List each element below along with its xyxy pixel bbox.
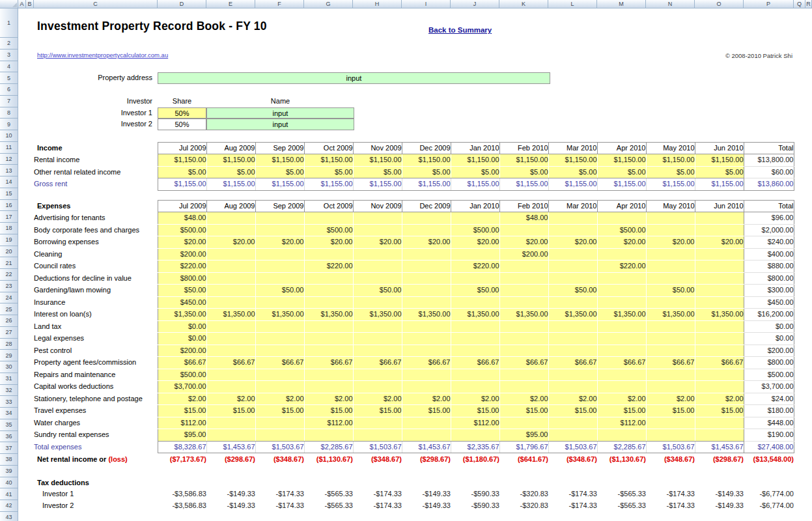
tax-cell[interactable]: -$3,586.83 [158, 500, 206, 512]
total-header[interactable]: Total [744, 200, 794, 212]
tax-cell[interactable]: -$174.33 [646, 500, 695, 512]
expense-cell[interactable] [451, 212, 499, 225]
row-header-16[interactable]: 16 [0, 200, 18, 212]
expense-total-cell[interactable]: $27,408.00 [744, 441, 794, 453]
expense-cell[interactable]: $1,350.00 [402, 309, 451, 321]
expense-cell[interactable]: $66.67 [402, 357, 451, 369]
expense-cell[interactable] [646, 272, 695, 285]
expense-row-label[interactable]: Stationery, telephone and postage [34, 393, 158, 405]
expense-total-cell[interactable]: $0.00 [744, 320, 794, 333]
expense-cell[interactable] [402, 333, 451, 345]
tax-total-cell[interactable]: -$6,774.00 [744, 500, 794, 512]
month-header[interactable]: Jan 2010 [451, 142, 499, 154]
expense-cell[interactable]: $450.00 [158, 296, 206, 309]
expense-cell[interactable] [597, 333, 646, 345]
col-header-Q[interactable]: Q [794, 0, 805, 8]
expense-cell[interactable]: $1,350.00 [597, 309, 646, 321]
col-header-J[interactable]: J [451, 0, 499, 8]
row-header-42[interactable]: 42 [0, 500, 18, 512]
expense-cell[interactable] [255, 345, 304, 357]
row-header-28[interactable]: 28 [0, 339, 18, 350]
expense-cell[interactable]: $1,503.67 [255, 441, 304, 453]
row-header-35[interactable]: 35 [0, 419, 18, 431]
expense-section-label[interactable]: Expenses [34, 200, 158, 212]
expense-cell[interactable] [304, 212, 353, 225]
expense-row-label[interactable]: Repairs and maintenance [34, 369, 158, 381]
expense-cell[interactable] [402, 224, 451, 236]
expense-cell[interactable]: $3,700.00 [158, 381, 206, 393]
expense-cell[interactable] [695, 272, 744, 285]
expense-cell[interactable] [206, 429, 255, 442]
investor1-name-input[interactable]: input [206, 107, 354, 119]
expense-cell[interactable] [451, 272, 499, 285]
expense-cell[interactable] [255, 333, 304, 345]
income-cell[interactable]: $1,150.00 [499, 154, 548, 167]
expense-total-cell[interactable]: $3,700.00 [744, 381, 794, 393]
row-header-26[interactable]: 26 [0, 315, 18, 327]
income-cell[interactable]: $1,150.00 [646, 154, 695, 167]
expense-cell[interactable] [402, 417, 451, 429]
expense-cell[interactable]: $15.00 [158, 405, 206, 417]
col-header-A[interactable]: A [18, 0, 26, 8]
income-cell[interactable]: $5.00 [206, 166, 255, 178]
row-header-29[interactable]: 29 [0, 350, 18, 361]
tax-cell[interactable]: -$174.33 [548, 500, 597, 512]
month-header[interactable]: Sep 2009 [255, 142, 304, 154]
month-header[interactable]: Feb 2010 [499, 142, 548, 154]
income-cell[interactable]: $1,155.00 [499, 178, 548, 191]
tax-total-cell[interactable]: -$6,774.00 [744, 488, 794, 500]
expense-row-label[interactable]: Deductions for decline in value [34, 272, 158, 285]
expense-cell[interactable]: $15.00 [548, 405, 597, 417]
expense-cell[interactable]: $66.67 [646, 357, 695, 369]
row-header-37[interactable]: 37 [0, 442, 18, 454]
expense-cell[interactable]: $20.00 [548, 236, 597, 249]
month-header[interactable]: Oct 2009 [304, 142, 353, 154]
expense-cell[interactable]: $50.00 [158, 285, 206, 297]
col-header-I[interactable]: I [402, 0, 451, 8]
row-header-20[interactable]: 20 [0, 246, 18, 258]
col-header-N[interactable]: N [646, 0, 695, 8]
income-cell[interactable]: $1,155.00 [597, 178, 646, 191]
expense-cell[interactable]: $2.00 [353, 393, 402, 405]
col-header-L[interactable]: L [548, 0, 597, 8]
expense-cell[interactable]: $2.00 [158, 393, 206, 405]
expense-cell[interactable] [353, 248, 402, 260]
row-header-2[interactable]: 2 [0, 38, 18, 49]
expense-cell[interactable] [304, 333, 353, 345]
expense-cell[interactable]: $112.00 [304, 417, 353, 429]
expense-cell[interactable] [206, 333, 255, 345]
expense-cell[interactable] [255, 224, 304, 236]
row-header-5[interactable]: 5 [0, 72, 18, 84]
tax-cell[interactable]: -$174.33 [353, 488, 402, 500]
expense-cell[interactable] [646, 369, 695, 381]
expense-cell[interactable]: $112.00 [451, 417, 499, 429]
expense-cell[interactable]: $220.00 [451, 260, 499, 273]
expense-cell[interactable]: $2.00 [597, 393, 646, 405]
expense-cell[interactable] [597, 285, 646, 297]
expense-cell[interactable] [451, 429, 499, 442]
row-header-30[interactable]: 30 [0, 361, 18, 373]
expense-cell[interactable]: $15.00 [646, 405, 695, 417]
expense-row-label[interactable]: Cleaning [34, 248, 158, 260]
col-header-C[interactable]: C [34, 0, 158, 8]
expense-cell[interactable] [597, 212, 646, 225]
expense-cell[interactable] [451, 369, 499, 381]
income-cell[interactable]: $1,155.00 [548, 178, 597, 191]
tax-cell[interactable]: -$174.33 [353, 500, 402, 512]
expense-cell[interactable]: $0.00 [158, 320, 206, 333]
row-header-19[interactable]: 19 [0, 234, 18, 246]
col-header-E[interactable]: E [206, 0, 255, 8]
back-to-summary-link[interactable]: Back to Summary [428, 26, 492, 34]
expense-cell[interactable]: $20.00 [451, 236, 499, 249]
col-header-H[interactable]: H [353, 0, 402, 8]
expense-row-label[interactable]: Borrowing expenses [34, 236, 158, 249]
expense-cell[interactable]: $66.67 [255, 357, 304, 369]
expense-cell[interactable] [206, 248, 255, 260]
tax-cell[interactable]: -$174.33 [646, 488, 695, 500]
expense-cell[interactable]: $2.00 [548, 393, 597, 405]
expense-cell[interactable] [353, 429, 402, 442]
expense-cell[interactable] [597, 381, 646, 393]
expense-cell[interactable]: $15.00 [597, 405, 646, 417]
net-total-cell[interactable]: ($13,548.00) [744, 454, 794, 466]
expense-cell[interactable]: $50.00 [353, 285, 402, 297]
